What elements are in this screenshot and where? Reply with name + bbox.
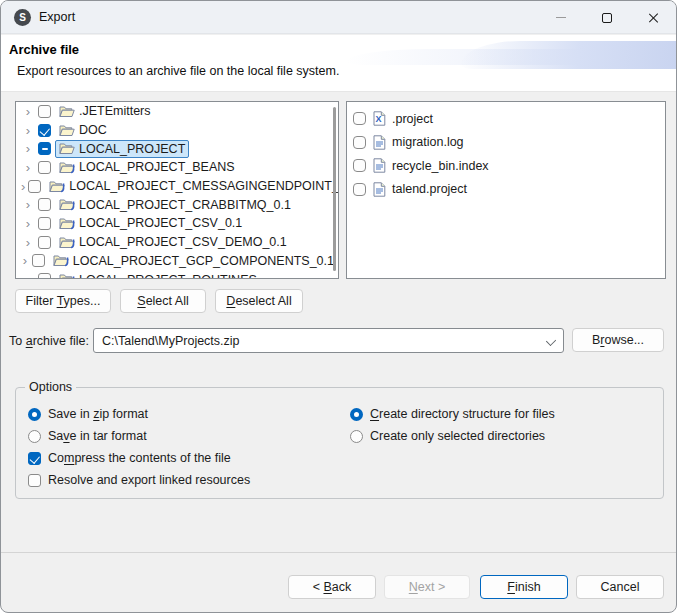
footer-separator xyxy=(1,552,676,553)
file-checkbox[interactable] xyxy=(353,136,366,149)
archive-file-value: C:\Talend\MyProjects.zip xyxy=(102,334,240,348)
archive-file-label: To archive file: xyxy=(9,334,89,348)
chevron-right-icon[interactable] xyxy=(21,105,35,118)
tree-row[interactable]: LOCAL_PROJECT_BEANS xyxy=(16,158,338,177)
file-row[interactable]: talend.project xyxy=(347,178,665,202)
radio-unselected-icon[interactable] xyxy=(350,430,363,443)
option-create-selected[interactable]: Create only selected directories xyxy=(350,425,555,447)
chevron-right-icon[interactable] xyxy=(21,254,29,267)
cancel-label: Cancel xyxy=(601,580,640,594)
minimize-icon xyxy=(556,17,566,18)
tree-checkbox[interactable] xyxy=(38,124,51,137)
option-resolve-linked[interactable]: Resolve and export linked resources xyxy=(28,469,250,491)
filter-types-label: Filter Types... xyxy=(26,294,101,308)
tree-checkbox[interactable] xyxy=(38,142,51,155)
chevron-right-icon[interactable] xyxy=(21,198,35,211)
chevron-right-icon[interactable] xyxy=(21,124,35,137)
radio-selected-icon[interactable] xyxy=(350,408,363,421)
tree-checkbox[interactable] xyxy=(28,180,41,193)
tree-row[interactable]: LOCAL_PROJECT_CSV_DEMO_0.1 xyxy=(16,233,338,252)
options-group-title: Options xyxy=(25,380,76,394)
cancel-button[interactable]: Cancel xyxy=(576,575,664,599)
compress-label: Compress the contents of the file xyxy=(48,451,231,465)
file-row[interactable]: X .project xyxy=(347,107,665,131)
tree-row[interactable]: DOC xyxy=(16,121,338,140)
filter-types-button[interactable]: Filter Types... xyxy=(15,289,111,313)
option-create-structure[interactable]: Create directory structure for files xyxy=(350,403,555,425)
browse-button[interactable]: Browse... xyxy=(572,328,664,352)
tree-checkbox[interactable] xyxy=(38,236,51,249)
tree-item-label: LOCAL_PROJECT xyxy=(79,142,185,156)
tree-checkbox[interactable] xyxy=(38,198,51,211)
tree-item-label: .JETEmitters xyxy=(79,104,151,118)
title-bar[interactable]: S Export xyxy=(1,1,676,34)
file-label: migration.log xyxy=(392,135,464,149)
file-checkbox[interactable] xyxy=(353,159,366,172)
checkbox-checked-icon[interactable] xyxy=(28,452,41,465)
tree-checkbox[interactable] xyxy=(38,217,51,230)
tree-item-label: DOC xyxy=(79,123,107,137)
create-structure-label: Create directory structure for files xyxy=(370,407,555,421)
tree-row[interactable]: LOCAL_PROJECT_ROUTINES xyxy=(16,270,338,279)
options-group: Options Save in zip format Save in tar f… xyxy=(15,387,664,499)
tree-item-label: LOCAL_PROJECT_CMESSAGINGENDPOINT_0.1 xyxy=(69,179,339,193)
finish-button[interactable]: Finish xyxy=(480,575,568,599)
file-list-panel[interactable]: X .project migration.log recycle_bin.ind… xyxy=(346,101,666,279)
finish-label: Finish xyxy=(507,580,540,594)
tree-checkbox[interactable] xyxy=(38,273,51,279)
close-button[interactable] xyxy=(630,1,676,34)
file-row[interactable]: migration.log xyxy=(347,131,665,155)
chevron-right-icon[interactable] xyxy=(21,161,35,174)
tree-checkbox[interactable] xyxy=(38,105,51,118)
back-label: < Back xyxy=(313,580,352,594)
file-row[interactable]: recycle_bin.index xyxy=(347,154,665,178)
file-checkbox[interactable] xyxy=(353,183,366,196)
chevron-right-icon[interactable] xyxy=(21,273,35,279)
chevron-right-icon[interactable] xyxy=(21,217,35,230)
folder-open-icon xyxy=(59,142,75,155)
maximize-button[interactable] xyxy=(584,1,630,34)
chevron-right-icon[interactable] xyxy=(21,180,25,193)
select-all-label: Select All xyxy=(137,294,188,308)
project-tree-panel[interactable]: .JETEmitters DOC LOCAL_PROJECT LOCAL_PRO… xyxy=(15,101,339,279)
save-tar-label: Save in tar format xyxy=(48,429,147,443)
archive-file-combobox[interactable]: C:\Talend\MyProjects.zip xyxy=(93,328,564,353)
back-button[interactable]: < Back xyxy=(288,575,376,599)
browse-label: Browse... xyxy=(592,333,644,347)
minimize-button[interactable] xyxy=(538,1,584,34)
file-checkbox[interactable] xyxy=(353,112,366,125)
chevron-down-icon[interactable] xyxy=(547,336,555,344)
chevron-right-icon[interactable] xyxy=(21,236,35,249)
tree-row[interactable]: LOCAL_PROJECT_CRABBITMQ_0.1 xyxy=(16,195,338,214)
tree-checkbox[interactable] xyxy=(38,161,51,174)
tree-row[interactable]: LOCAL_PROJECT_CSV_0.1 xyxy=(16,214,338,233)
folder-open-linked-icon xyxy=(49,180,65,193)
text-file-icon xyxy=(373,135,386,150)
tree-row[interactable]: LOCAL_PROJECT_CMESSAGINGENDPOINT_0.1 xyxy=(16,177,338,196)
export-dialog: S Export Archive file Export resources t… xyxy=(0,0,677,613)
tree-checkbox[interactable] xyxy=(32,254,45,267)
tree-row-selected[interactable]: LOCAL_PROJECT xyxy=(16,139,338,158)
page-title: Archive file xyxy=(9,42,79,57)
next-button[interactable]: Next > xyxy=(384,575,470,599)
radio-unselected-icon[interactable] xyxy=(28,430,41,443)
deselect-all-button[interactable]: Deselect All xyxy=(215,289,303,313)
select-all-button[interactable]: Select All xyxy=(120,289,206,313)
option-save-zip[interactable]: Save in zip format xyxy=(28,403,250,425)
text-file-icon xyxy=(373,158,386,173)
file-label: .project xyxy=(392,112,433,126)
chevron-right-icon[interactable] xyxy=(21,142,35,155)
folder-open-linked-icon xyxy=(59,161,75,174)
resolve-linked-label: Resolve and export linked resources xyxy=(48,473,250,487)
tree-vertical-scrollbar[interactable] xyxy=(333,107,336,271)
tree-item-label: LOCAL_PROJECT_ROUTINES xyxy=(79,273,257,279)
folder-open-icon xyxy=(59,105,75,118)
radio-selected-icon[interactable] xyxy=(28,408,41,421)
option-compress[interactable]: Compress the contents of the file xyxy=(28,447,250,469)
tree-row[interactable]: .JETEmitters xyxy=(16,102,338,121)
next-label: Next > xyxy=(409,580,445,594)
option-save-tar[interactable]: Save in tar format xyxy=(28,425,250,447)
tree-row[interactable]: LOCAL_PROJECT_GCP_COMPONENTS_0.1 xyxy=(16,252,338,271)
folder-open-linked-icon xyxy=(59,217,75,230)
checkbox-unchecked-icon[interactable] xyxy=(28,474,41,487)
